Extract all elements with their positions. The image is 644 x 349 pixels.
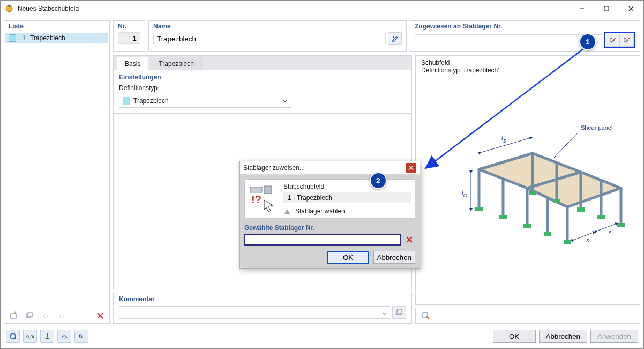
maximize-button[interactable] (594, 1, 619, 17)
dialog-selected-heading: Gewählte Stablager Nr. (244, 224, 415, 232)
svg-rect-44 (577, 207, 585, 212)
supports-button[interactable] (40, 330, 54, 343)
combo-value: Trapezblech (133, 97, 279, 105)
new-item-button[interactable] (6, 309, 20, 322)
nr-heading: Nr. (118, 23, 140, 30)
definition-type-label: Definitionstyp (119, 84, 406, 92)
list-item-label: Trapezblech (30, 34, 65, 42)
list-panel: Liste 1 Trapezblech (4, 20, 110, 324)
svg-rect-39 (523, 224, 531, 228)
comment-panel: Kommentar ⌵ (113, 293, 412, 324)
dialog-cancel-button[interactable]: Abbrechen (373, 251, 415, 264)
minimize-button[interactable] (570, 1, 594, 17)
pick-multi-button[interactable] (620, 34, 634, 47)
pick-buttons-highlight (604, 32, 635, 48)
window: Neues Stabschubfeld Liste 1 Trapezblech (0, 0, 644, 349)
dialog-choose-step: Stablager wählen (283, 207, 411, 215)
callout-2: 2 (370, 172, 387, 189)
svg-text:!?: !? (251, 194, 261, 205)
svg-rect-41 (564, 240, 571, 244)
svg-text:s: s (609, 229, 612, 235)
svg-text:fx: fx (79, 333, 84, 339)
body: Liste 1 Trapezblech (1, 17, 643, 348)
app-icon (5, 4, 14, 13)
list-color-swatch (9, 34, 16, 42)
preview-panel: Schubfeld Definitionstyp 'Trapezblech' (415, 55, 640, 305)
list-item-no: 1 (20, 34, 26, 42)
view-button[interactable] (57, 330, 71, 343)
nr-input[interactable] (118, 32, 140, 44)
settings-panel: Einstellungen Definitionstyp Trapezblech (113, 70, 412, 114)
ok-button[interactable]: OK (493, 330, 536, 343)
svg-rect-62 (250, 187, 262, 192)
include-button[interactable] (39, 309, 53, 322)
preview-settings-button[interactable] (419, 309, 433, 322)
svg-rect-63 (264, 186, 272, 194)
preview-subtitle: Definitionstyp 'Trapezblech' (421, 66, 634, 74)
svg-text:lG: lG (462, 189, 467, 198)
window-title: Neues Stabschubfeld (18, 5, 79, 12)
svg-line-54 (14, 338, 16, 339)
name-input[interactable] (153, 33, 386, 44)
top-row: Nr. Name Zugewiesen an Stablager Nr. (113, 20, 640, 52)
nr-panel: Nr. (113, 20, 145, 52)
dialog-clear-button[interactable] (403, 234, 415, 246)
assign-dialog: Stablager zuweisen... !? (239, 161, 420, 269)
svg-rect-40 (544, 232, 551, 236)
titlebar: Neues Stabschubfeld (1, 1, 643, 17)
list-heading: Liste (4, 21, 109, 32)
chevron-down-icon (279, 94, 291, 107)
tab-trapezblech[interactable]: Trapezblech (151, 57, 202, 70)
svg-rect-43 (553, 199, 560, 203)
dialog-close-button[interactable] (406, 163, 416, 173)
edit-name-button[interactable] (388, 32, 402, 45)
combo-swatch (123, 97, 130, 105)
callout-1: 1 (579, 33, 596, 50)
delete-item-button[interactable] (93, 309, 107, 322)
svg-text:s: s (586, 237, 589, 243)
triangle-icon (283, 207, 291, 215)
definition-type-combo[interactable]: Trapezblech (119, 94, 291, 108)
help-button[interactable] (6, 330, 20, 343)
script-button[interactable]: fx (74, 330, 88, 343)
assign-panel: Zugewiesen an Stablager Nr. (410, 20, 640, 52)
close-button[interactable] (619, 1, 643, 17)
name-heading: Name (153, 23, 402, 30)
preview-title: Schubfeld (421, 59, 634, 66)
units-button[interactable]: 0,00 (23, 330, 37, 343)
dialog-illustration-icon: !? (248, 183, 278, 213)
svg-rect-6 (11, 314, 16, 318)
dialog-ok-button[interactable]: OK (327, 251, 369, 264)
dialog-selected-item[interactable]: 1 - Trapezblech (283, 192, 411, 203)
dialog-selected-input[interactable] (244, 234, 401, 246)
cancel-button[interactable]: Abbrechen (539, 330, 587, 343)
svg-rect-45 (597, 215, 605, 219)
detail-right: Schubfeld Definitionstyp 'Trapezblech' (415, 55, 640, 324)
apply-button[interactable]: Anwenden (590, 330, 638, 343)
svg-point-11 (393, 36, 394, 38)
chevron-down-icon: ⌵ (379, 309, 390, 316)
preview-toolbar (415, 308, 640, 324)
dialog-title: Stablager zuweisen... (243, 164, 305, 172)
assign-heading: Zugewiesen an Stablager Nr. (415, 23, 635, 30)
settings-heading: Einstellungen (119, 73, 406, 81)
dialog-choose-label: Stablager wählen (295, 207, 345, 215)
svg-text:0,00: 0,00 (26, 334, 34, 339)
comment-heading: Kommentar (119, 295, 406, 303)
list-item[interactable]: 1 Trapezblech (5, 33, 108, 43)
tab-basis[interactable]: Basis (117, 57, 148, 70)
svg-rect-3 (604, 6, 609, 11)
comment-library-button[interactable] (392, 306, 406, 319)
svg-rect-37 (475, 207, 483, 211)
svg-rect-46 (617, 223, 625, 227)
assign-input[interactable] (415, 34, 602, 46)
bottom-bar: 0,00 fx OK Abbrechen Anwenden (4, 327, 640, 345)
comment-combo[interactable]: ⌵ (119, 306, 390, 319)
pick-single-button[interactable] (606, 34, 620, 47)
svg-rect-17 (398, 309, 402, 314)
list-toolbar (4, 308, 109, 323)
svg-text:lS: lS (501, 135, 506, 144)
copy-item-button[interactable] (23, 309, 36, 322)
svg-rect-38 (499, 215, 507, 219)
exclude-button[interactable] (55, 309, 69, 322)
